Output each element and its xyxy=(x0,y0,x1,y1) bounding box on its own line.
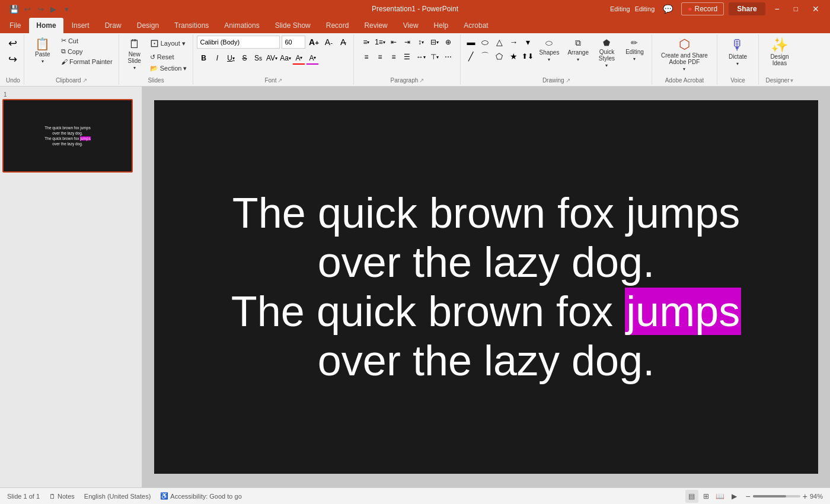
maximize-button[interactable]: □ xyxy=(789,4,803,14)
numbered-list-button[interactable]: 1≡ ▾ xyxy=(374,36,387,49)
tab-view[interactable]: View xyxy=(396,18,426,33)
text-shadow-button[interactable]: Ss xyxy=(251,52,264,65)
character-spacing-button[interactable]: AV ▾ xyxy=(265,52,278,65)
layout-button[interactable]: ⊡ Layout ▾ xyxy=(148,36,190,51)
clipboard-collapse-icon[interactable]: ↗ xyxy=(82,77,87,84)
normal-view-button[interactable]: ▤ xyxy=(685,490,698,503)
shape-triangle[interactable]: △ xyxy=(493,36,506,49)
bullet-list-button[interactable]: ≡ ▾ xyxy=(360,36,373,49)
font-color-button[interactable]: A ▾ xyxy=(292,52,305,65)
redo-button[interactable]: ↪ xyxy=(6,52,20,67)
arrange-button[interactable]: ⧉ Arrange ▾ xyxy=(564,36,592,65)
change-case-button[interactable]: Aa ▾ xyxy=(279,52,292,65)
quick-styles-button[interactable]: ⬟ Quick Styles ▾ xyxy=(593,36,620,71)
qa-save[interactable]: 💾 xyxy=(8,3,20,15)
paste-button[interactable]: 📋 Paste ▾ xyxy=(28,36,58,66)
tab-insert[interactable]: Insert xyxy=(65,18,97,33)
cut-button[interactable]: ✂ Cut xyxy=(59,36,115,46)
qa-undo[interactable]: ↩ xyxy=(21,3,33,15)
shape-star[interactable]: ★ xyxy=(507,50,520,63)
shape-rect[interactable]: ▬ xyxy=(464,36,477,49)
qa-redo[interactable]: ↪ xyxy=(34,3,46,15)
tab-design[interactable]: Design xyxy=(130,18,166,33)
format-painter-button[interactable]: 🖌 Format Painter xyxy=(59,57,115,66)
decrease-font-button[interactable]: A- xyxy=(322,36,335,49)
tab-review[interactable]: Review xyxy=(357,18,394,33)
design-ideas-button[interactable]: ✨ Design Ideas xyxy=(767,36,792,69)
align-right-button[interactable]: ≡ xyxy=(387,50,400,63)
new-slide-button[interactable]: 🗒 New Slide ▾ xyxy=(123,36,146,73)
shape-pentagon[interactable]: ⬠ xyxy=(493,50,506,63)
slide-text-content[interactable]: The quick brown fox jumps over the lazy … xyxy=(231,189,741,385)
comments-button[interactable]: 💬 xyxy=(659,3,676,15)
align-center-button[interactable]: ≡ xyxy=(374,50,387,63)
zoom-in-button[interactable]: + xyxy=(803,492,807,501)
align-text-button[interactable]: ⊤ ▾ xyxy=(428,50,441,63)
canvas-area[interactable]: The quick brown fox jumps over the lazy … xyxy=(142,87,830,487)
underline-button[interactable]: U ▾ xyxy=(224,52,237,65)
strikethrough-button[interactable]: S xyxy=(238,52,251,65)
justify-button[interactable]: ☰ xyxy=(401,50,414,63)
slide-thumb-preview[interactable]: The quick brown fox jumps over the lazy … xyxy=(2,99,133,173)
line-spacing-button[interactable]: ↕ ▾ xyxy=(414,36,427,49)
font-size-input[interactable] xyxy=(282,36,305,49)
copy-button[interactable]: ⧉ Copy xyxy=(59,46,115,56)
tab-slideshow[interactable]: Slide Show xyxy=(268,18,318,33)
presenter-view-button[interactable]: ▶ xyxy=(728,490,741,503)
tab-draw[interactable]: Draw xyxy=(98,18,129,33)
notes-button[interactable]: 🗒 Notes xyxy=(49,493,75,500)
drawing-collapse-icon[interactable]: ↗ xyxy=(566,77,570,84)
zoom-slider[interactable] xyxy=(753,495,800,497)
increase-font-button[interactable]: A+ xyxy=(307,36,320,49)
section-button[interactable]: 📂 Section ▾ xyxy=(148,63,190,74)
text-direction-button[interactable]: ↔ ▾ xyxy=(414,50,427,63)
editing-button[interactable]: ✏ Editing ▾ xyxy=(621,36,648,64)
slide-sorter-button[interactable]: ⊞ xyxy=(700,490,713,503)
shape-oval[interactable]: ⬭ xyxy=(478,36,491,49)
minimize-button[interactable]: − xyxy=(770,3,784,15)
reset-button[interactable]: ↺ Reset xyxy=(148,52,190,62)
undo-button[interactable]: ↩ xyxy=(6,36,20,51)
create-pdf-button[interactable]: ⬡ Create and Share Adobe PDF ▾ xyxy=(657,36,711,74)
qa-more[interactable]: ▾ xyxy=(60,3,72,15)
shape-line[interactable]: ╱ xyxy=(464,50,477,63)
dictate-button[interactable]: 🎙 Dictate ▾ xyxy=(725,36,751,69)
font-collapse-icon[interactable]: ↗ xyxy=(277,77,282,84)
tab-file[interactable]: File xyxy=(2,18,28,33)
convert-smartart-button[interactable]: ⋯ xyxy=(442,50,455,63)
font-name-input[interactable] xyxy=(197,36,280,49)
increase-indent-button[interactable]: ⇥ xyxy=(401,36,414,49)
paragraph-collapse-icon[interactable]: ↗ xyxy=(419,77,424,84)
shapes-button[interactable]: ⬭ Shapes ▾ xyxy=(535,36,563,65)
highlight-color-button[interactable]: A ▾ xyxy=(306,52,319,65)
qa-present[interactable]: ▶ xyxy=(47,3,59,15)
accessibility-status[interactable]: ♿ Accessibility: Good to go xyxy=(160,492,241,500)
italic-button[interactable]: I xyxy=(210,52,224,65)
shapes-scroll[interactable]: ⬆⬇ xyxy=(521,50,534,63)
smart-art-button[interactable]: ⊕ xyxy=(442,36,455,49)
shape-more[interactable]: ▾ xyxy=(521,36,534,49)
tab-acrobat[interactable]: Acrobat xyxy=(456,18,495,33)
tab-record[interactable]: Record xyxy=(319,18,356,33)
columns-button[interactable]: ⊟ ▾ xyxy=(428,36,441,49)
tab-transitions[interactable]: Transitions xyxy=(167,18,216,33)
clear-format-button[interactable]: A̶ xyxy=(337,36,350,49)
designer-collapse-icon[interactable]: ▾ xyxy=(790,77,793,84)
bold-button[interactable]: B xyxy=(197,52,210,65)
tab-home[interactable]: Home xyxy=(29,18,63,33)
align-left-button[interactable]: ≡ xyxy=(360,50,373,63)
quick-access-toolbar[interactable]: 💾 ↩ ↪ ▶ ▾ xyxy=(8,3,72,15)
slide-canvas[interactable]: The quick brown fox jumps over the lazy … xyxy=(154,100,818,474)
tab-help[interactable]: Help xyxy=(427,18,456,33)
decrease-indent-button[interactable]: ⇤ xyxy=(387,36,400,49)
record-button[interactable]: ● Record xyxy=(681,2,724,15)
shape-arrow[interactable]: → xyxy=(507,36,520,49)
zoom-out-button[interactable]: − xyxy=(746,492,751,501)
share-button[interactable]: Share xyxy=(729,2,765,15)
shape-connector[interactable]: ⌒ xyxy=(478,50,491,63)
reading-view-button[interactable]: 📖 xyxy=(714,490,727,503)
tab-animations[interactable]: Animations xyxy=(217,18,266,33)
close-button[interactable]: ✕ xyxy=(807,3,824,15)
undo-group-label: Undo xyxy=(6,76,20,84)
slide-thumbnail-1[interactable]: 1 The quick brown fox jumps over the laz… xyxy=(2,91,139,173)
